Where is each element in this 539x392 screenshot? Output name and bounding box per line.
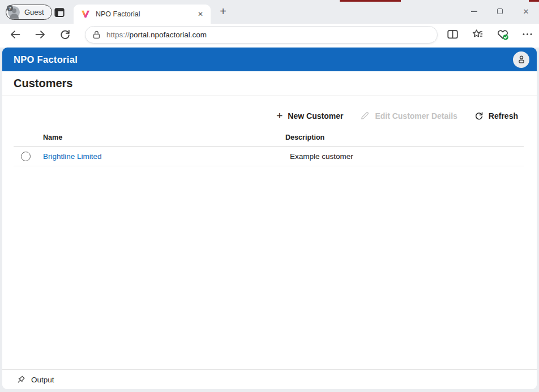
ellipsis-icon [521,28,533,40]
refresh-button[interactable]: Refresh [474,111,518,120]
address-bar[interactable]: https://portal.npofactorial.com [85,26,438,44]
tab-actions-menu-button[interactable] [54,7,65,18]
reload-button[interactable] [59,29,71,40]
new-tab-button[interactable]: + [216,4,230,19]
tab-close-icon[interactable]: ✕ [195,8,206,20]
browser-essentials-heart-icon [497,28,509,41]
window-controls: ✕ [461,0,539,23]
command-bar: + New Customer Edit Customer Details Ref… [2,96,537,120]
lock-icon [92,30,101,40]
browser-essentials-button[interactable] [497,28,508,40]
pin-icon [16,375,25,385]
split-screen-icon [447,28,459,40]
profile-name-label: Guest [24,8,44,16]
window-close-button[interactable]: ✕ [513,0,539,23]
customer-description-cell: Example customer [285,152,524,161]
back-button[interactable] [10,29,21,40]
guest-question-badge: ? [7,5,13,11]
edit-customer-details-label: Edit Customer Details [375,111,457,120]
customers-table: Name Description Brightline Limited Exam… [14,128,524,166]
refresh-label: Refresh [489,111,518,120]
app-title: NPO Factorial [14,54,78,65]
split-screen-button[interactable] [447,28,459,40]
edit-customer-details-button[interactable]: Edit Customer Details [360,111,457,120]
tab-title: NPO Factorial [96,10,195,18]
row-radio-button[interactable] [21,152,31,161]
customer-name-link[interactable]: Brightline Limited [43,152,285,161]
column-header-name: Name [43,133,285,141]
output-panel-toggle[interactable]: Output [2,369,537,389]
account-avatar-button[interactable] [513,51,529,68]
browser-tab-strip: ? Guest NPO Factorial ✕ + ✕ [0,0,539,24]
new-customer-button[interactable]: + New Customer [276,111,343,120]
site-security-lock-button[interactable] [92,30,102,40]
forward-button[interactable] [35,29,46,40]
table-header-row: Name Description [14,128,524,147]
new-customer-label: New Customer [288,111,343,120]
back-arrow-icon [10,29,21,40]
web-page-content: NPO Factorial Customers + New Customer E… [2,48,537,389]
refresh-icon [474,111,484,120]
person-icon [516,54,527,64]
url-scheme: https:// [106,31,130,39]
output-label: Output [31,376,54,384]
top-edge-red-strip [340,0,401,2]
pencil-icon [360,111,370,120]
browser-tab-npo-factorial[interactable]: NPO Factorial ✕ [74,5,211,24]
settings-and-more-button[interactable] [521,28,533,40]
guest-avatar-icon: ? [8,6,20,18]
site-favicon-icon [81,10,90,19]
url-host: portal.npofactorial.com [130,31,207,39]
window-minimize-button[interactable] [461,0,487,23]
url-text: https://portal.npofactorial.com [106,31,207,39]
favorites-star-icon [472,28,484,40]
top-edge-red-strip-right [529,0,539,2]
table-row[interactable]: Brightline Limited Example customer [14,147,524,166]
forward-arrow-icon [35,29,46,40]
page-title: Customers [14,77,72,90]
plus-icon: + [276,112,283,120]
app-header-bar: NPO Factorial [2,48,537,71]
column-header-description: Description [285,133,524,141]
browser-profile-button[interactable]: ? Guest [6,5,52,20]
reload-icon [59,29,71,40]
minimize-icon [471,11,477,11]
tab-actions-icon [54,7,65,18]
window-maximize-button[interactable] [487,0,513,23]
maximize-icon [497,8,503,14]
favorites-button[interactable] [472,28,484,40]
page-header: Customers [2,71,537,96]
